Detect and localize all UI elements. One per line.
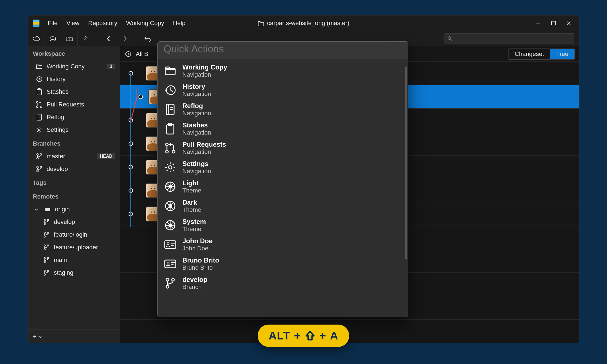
branch-develop[interactable]: develop: [28, 163, 120, 175]
open-icon[interactable]: [61, 31, 78, 46]
id-icon: [164, 257, 177, 271]
quick-action-item[interactable]: Pull RequestsNavigation: [158, 138, 408, 158]
wheel-icon: [164, 180, 177, 193]
svg-point-20: [47, 232, 49, 234]
sidebar-item-label: Pull Requests: [47, 101, 84, 108]
folder-icon: [258, 20, 264, 26]
branch-icon: [43, 219, 50, 225]
minimize-button[interactable]: [536, 20, 541, 26]
remote-branch-develop[interactable]: develop: [28, 216, 120, 228]
forward-button[interactable]: [117, 31, 133, 46]
toggle-tree[interactable]: Tree: [550, 49, 574, 59]
pr-icon: [164, 141, 177, 155]
remote-branch-feature-uploader[interactable]: feature/uploader: [28, 241, 120, 254]
remote-branch-main[interactable]: main: [28, 254, 120, 266]
tags-section: Tags: [28, 175, 120, 189]
quick-actions-input[interactable]: [164, 43, 402, 55]
remote-origin[interactable]: origin: [28, 203, 120, 216]
quick-action-item[interactable]: DarkTheme: [158, 196, 408, 216]
repo-selector[interactable]: carparts-website_orig (master): [258, 20, 349, 27]
key-alt: ALT: [269, 330, 290, 342]
repo-name: carparts-website_orig (master): [267, 20, 349, 27]
menu-help[interactable]: Help: [169, 18, 190, 28]
sidebar-item-label: Settings: [47, 126, 69, 133]
svg-point-28: [44, 270, 46, 272]
svg-point-51: [166, 278, 169, 281]
svg-point-39: [172, 150, 175, 153]
svg-point-27: [44, 261, 46, 263]
quick-action-item[interactable]: SettingsNavigation: [158, 158, 408, 177]
close-button[interactable]: [566, 20, 571, 26]
undo-icon[interactable]: [139, 31, 156, 46]
sidebar-item-stashes[interactable]: Stashes: [28, 85, 120, 98]
svg-point-16: [44, 220, 46, 221]
remote-branch-label: main: [54, 256, 67, 264]
quick-action-item[interactable]: HistoryNavigation: [158, 81, 408, 100]
svg-point-10: [37, 154, 38, 155]
wheel-icon: [164, 219, 177, 232]
sidebar-item-working-copy[interactable]: Working Copy 3: [28, 60, 120, 73]
quick-action-title: Pull Requests: [182, 141, 226, 148]
sidebar-item-label: Stashes: [47, 88, 69, 95]
remote-branch-label: staging: [54, 269, 73, 276]
magic-icon[interactable]: [78, 31, 94, 46]
scrollbar[interactable]: [405, 66, 407, 259]
svg-rect-49: [165, 260, 176, 268]
svg-point-17: [47, 220, 49, 221]
view-toggle: Changeset Tree: [508, 49, 575, 60]
branch-master[interactable]: master HEAD: [28, 150, 120, 163]
book-icon: [36, 114, 43, 121]
svg-point-6: [36, 106, 38, 108]
svg-point-15: [37, 170, 38, 172]
quick-action-item[interactable]: ReflogNavigation: [158, 100, 408, 119]
quick-action-item[interactable]: Working CopyNavigation: [158, 61, 408, 81]
book-icon: [164, 103, 177, 116]
chevron-down-icon: [33, 207, 40, 212]
quick-action-item[interactable]: developBranch: [158, 274, 408, 293]
branch-icon: [43, 232, 50, 238]
maximize-button[interactable]: [551, 21, 556, 26]
quick-action-item[interactable]: StashesNavigation: [158, 119, 408, 138]
quick-action-subtitle: Navigation: [182, 90, 211, 98]
folder-icon: [36, 64, 43, 69]
search-input[interactable]: [444, 33, 574, 44]
workspace-section: Workspace: [28, 46, 120, 60]
svg-point-25: [44, 258, 46, 259]
sidebar-item-pull-requests[interactable]: Pull Requests: [28, 98, 120, 111]
menu-repository[interactable]: Repository: [84, 18, 122, 28]
menu-view[interactable]: View: [62, 18, 84, 28]
sidebar-item-history[interactable]: History: [28, 73, 120, 85]
quick-action-item[interactable]: LightTheme: [158, 177, 408, 196]
quick-action-item[interactable]: John DoeJohn Doe: [158, 235, 408, 254]
svg-point-14: [40, 166, 42, 168]
sidebar-item-reflog[interactable]: Reflog: [28, 111, 120, 124]
commit-row[interactable]: [120, 320, 579, 343]
cloud-icon[interactable]: [28, 31, 44, 46]
svg-rect-8: [37, 114, 41, 120]
folder-icon: [164, 64, 177, 77]
menu-working-copy[interactable]: Working Copy: [122, 18, 169, 28]
key-a: A: [330, 330, 338, 342]
svg-point-30: [44, 274, 46, 275]
svg-point-50: [167, 262, 169, 264]
quick-action-item[interactable]: Bruno BritoBruno Brito: [158, 254, 408, 274]
sync-icon[interactable]: [44, 31, 61, 46]
quick-action-title: Bruno Brito: [182, 256, 219, 264]
clipboard-icon: [36, 88, 43, 95]
quick-action-subtitle: Navigation: [182, 129, 211, 136]
svg-point-18: [44, 223, 46, 225]
add-button[interactable]: +: [28, 330, 120, 343]
quick-action-title: Stashes: [182, 121, 211, 129]
remote-branch-feature-login[interactable]: feature/login: [28, 228, 120, 241]
sidebar-item-settings[interactable]: Settings: [28, 124, 120, 136]
quick-action-title: Light: [182, 179, 201, 187]
title-bar: File View Repository Working Copy Help c…: [28, 15, 579, 31]
quick-action-item[interactable]: SystemTheme: [158, 216, 408, 235]
back-button[interactable]: [100, 31, 117, 46]
quick-action-title: John Doe: [182, 237, 212, 245]
remote-branch-staging[interactable]: staging: [28, 266, 120, 279]
menu-file[interactable]: File: [43, 18, 62, 28]
svg-point-12: [37, 157, 38, 159]
toggle-changeset[interactable]: Changeset: [509, 49, 550, 59]
branch-filter[interactable]: All B: [136, 50, 148, 58]
